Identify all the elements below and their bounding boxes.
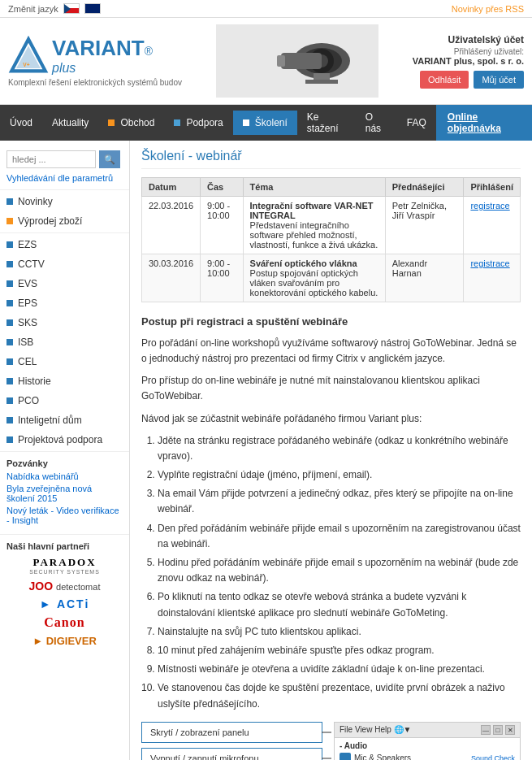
- label-skryti[interactable]: Skrytí / zobrazení panelu: [141, 722, 322, 743]
- header-buttons: Odhlásit Můj účet: [413, 71, 524, 89]
- step-6: Nainstalujte na svůj PC tuto klientskou …: [158, 624, 521, 640]
- pozvanka-item-0[interactable]: Nabídka webinářů: [6, 471, 123, 481]
- search-area: 🔍: [0, 145, 129, 173]
- paradox-logo-text: PARADOX: [6, 556, 123, 569]
- nav-item-skoleni[interactable]: Školení: [233, 111, 297, 135]
- nav-online-button[interactable]: Online objednávka: [436, 105, 532, 141]
- cell-time-1: 9:00 - 10:00: [201, 254, 243, 302]
- nav-item-aktuality[interactable]: Aktuality: [42, 111, 98, 135]
- svg-rect-9: [277, 55, 285, 67]
- nav-item-ke-stazeni[interactable]: Ke stažení: [297, 105, 356, 141]
- search-params-link[interactable]: Vyhledávání dle parametrů: [0, 173, 129, 188]
- muj-ucet-button[interactable]: Můj účet: [474, 71, 524, 89]
- sidebar-item-historie[interactable]: Historie: [0, 371, 129, 391]
- main-nav: Úvod Aktuality Obchod Podpora Školení Ke…: [0, 105, 532, 141]
- sidebar-item-eps[interactable]: EPS: [0, 293, 129, 313]
- bullet-evs: [6, 280, 13, 287]
- pozvanka-item-1[interactable]: Byla zveřejněna nová školení 2015: [6, 484, 123, 503]
- svg-text:V+: V+: [23, 61, 29, 67]
- col-prednaset: Přednášejíci: [385, 178, 464, 197]
- sidebar-item-cctv[interactable]: CCTV: [0, 254, 129, 274]
- logo-tagline: Komplexní řešení elektronických systémů …: [8, 78, 182, 87]
- nav-square-podpora: [174, 119, 180, 126]
- sidebar-item-vyprodej[interactable]: Výprodej zboží: [0, 211, 129, 231]
- nav-item-faq[interactable]: FAQ: [397, 111, 436, 135]
- ws-close-button[interactable]: ✕: [505, 725, 515, 735]
- topic-desc-0: Představení integračního software přehle…: [250, 220, 378, 250]
- paradox-sub-text: SECURITY SYSTEMS: [6, 569, 123, 575]
- logo-variant-text: VARIANT: [52, 36, 145, 61]
- sidebar-item-inteligetni-dum[interactable]: Inteligetní dům: [0, 410, 129, 430]
- sidebar: 🔍 Vyhledávání dle parametrů Novinky Výpr…: [0, 141, 130, 760]
- sidebar-item-isb[interactable]: ISB: [0, 332, 129, 352]
- flag-uk-icon[interactable]: [84, 3, 101, 14]
- nav-label-podpora: Podpora: [186, 117, 223, 128]
- ws-audio-label: - Audio: [340, 741, 367, 750]
- change-lang-label: Změnit jazyk: [8, 4, 58, 14]
- svg-rect-11: [305, 80, 338, 84]
- detectomat-logo-text: detectomat: [56, 582, 100, 592]
- nav-item-o-nas[interactable]: O nás: [356, 105, 397, 141]
- step-0: Jděte na stránku registrace pořádaného w…: [158, 433, 521, 464]
- step-3: Den před pořádáním webináře přijde email…: [158, 521, 521, 552]
- pozvanka-item-2[interactable]: Nový leták - Video verifikace - Insight: [6, 506, 123, 525]
- bullet-novinky: [6, 198, 13, 205]
- cell-topic-1: Sváření optického vlákna Postup spojován…: [243, 254, 385, 302]
- instructions-p2: Pro přístup do on-line webináře je nutné…: [141, 373, 521, 404]
- nav-item-podpora[interactable]: Podpora: [164, 111, 232, 135]
- cell-reg-1: registrace: [464, 254, 521, 302]
- nav-label-uvod: Úvod: [10, 117, 32, 128]
- rss-link[interactable]: Novinky přes RSS: [452, 4, 524, 14]
- logo: V+ VARIANT ® plus: [8, 36, 182, 76]
- bullet-cel: [6, 358, 13, 365]
- logo-area: V+ VARIANT ® plus Komplexní řešení elekt…: [8, 36, 182, 87]
- sidebar-item-pco[interactable]: PCO: [0, 391, 129, 410]
- digiever-logo-text: ► DIGIEVER: [32, 635, 97, 647]
- sidebar-item-ezs[interactable]: EZS: [0, 235, 129, 254]
- nav-label-aktuality: Aktuality: [52, 117, 89, 128]
- ws-mic-speakers-label: Mic & Speakers: [354, 753, 411, 760]
- nav-square-skoleni: [243, 119, 249, 126]
- sidebar-label-ezs: EZS: [18, 239, 37, 250]
- nav-item-uvod[interactable]: Úvod: [0, 111, 42, 135]
- nav-item-obchod[interactable]: Obchod: [98, 111, 164, 135]
- instructions-p3: Návod jak se zúčastnit webináře pořádané…: [141, 411, 521, 427]
- search-input[interactable]: [6, 150, 96, 168]
- topic-desc-1: Postup spojování optických vláken svařov…: [250, 268, 378, 297]
- sidebar-item-sks[interactable]: SKS: [0, 313, 129, 332]
- page-title: Školení - webinář: [141, 149, 521, 169]
- sidebar-label-evs: EVS: [18, 278, 37, 289]
- logo-reg-text: ®: [145, 45, 153, 58]
- sidebar-item-novinky[interactable]: Novinky: [0, 192, 129, 211]
- nav-label-ke-stazeni: Ke stažení: [307, 111, 346, 134]
- ws-maximize-button[interactable]: □: [493, 725, 503, 735]
- main-content: Školení - webinář Datum Čas Téma Přednáš…: [130, 141, 532, 760]
- pozvanka-title: Pozvánky: [6, 458, 123, 468]
- diagram-top-labels: Skrytí / zobrazení panelu Vypnutí / zapn…: [141, 722, 322, 760]
- sidebar-item-cel[interactable]: CEL: [0, 352, 129, 371]
- flag-cz-icon[interactable]: [63, 3, 80, 14]
- sidebar-label-inteligetni-dum: Inteligetní dům: [18, 415, 82, 426]
- reg-link-0[interactable]: registrace: [470, 201, 509, 211]
- search-button[interactable]: 🔍: [99, 150, 120, 168]
- label-vypnuti[interactable]: Vypnutí / zapnutí mikrofonu: [141, 748, 322, 760]
- odhlasit-button[interactable]: Odhlásit: [420, 71, 469, 89]
- sidebar-label-projektova-podpora: Projektová podpora: [18, 434, 102, 445]
- ws-minimize-button[interactable]: —: [481, 725, 491, 735]
- reg-link-1[interactable]: registrace: [470, 258, 509, 268]
- sidebar-item-evs[interactable]: EVS: [0, 274, 129, 293]
- webinar-screenshot: File View Help 🌐▼ — □ ✕ - Audio Mic & Sp…: [334, 722, 521, 760]
- step-5: Po kliknutí na tento odkaz se otevře web…: [158, 589, 521, 620]
- cell-time-0: 9:00 - 10:00: [201, 197, 243, 254]
- bullet-historie: [6, 378, 13, 384]
- step-1: Vyplňte registrační údaje (jméno, příjme…: [158, 467, 521, 483]
- partner-paradox: PARADOX SECURITY SYSTEMS: [6, 556, 123, 575]
- ws-audio-title: - Audio: [340, 741, 515, 750]
- svg-rect-10: [314, 73, 330, 80]
- partner-canon: Canon: [6, 615, 123, 630]
- sidebar-item-projektova-podpora[interactable]: Projektová podpora: [0, 430, 129, 449]
- sidebar-divider-4: [0, 534, 129, 535]
- ws-sound-check[interactable]: Sound Check: [471, 754, 515, 760]
- partner-digiever: ► DIGIEVER: [6, 635, 123, 647]
- bullet-isb: [6, 339, 13, 345]
